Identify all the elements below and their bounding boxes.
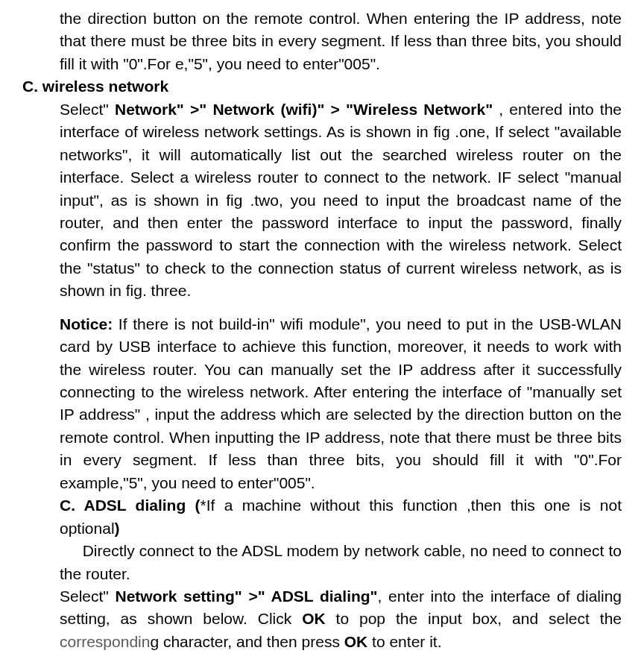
- text: Directly connect to the ADSL modem by ne…: [60, 542, 626, 582]
- paragraph-ip-address-intro: the direction button on the remote contr…: [60, 7, 622, 75]
- text-bold-adsl: C. ADSL dialing (: [60, 497, 201, 514]
- text-bold-ok1: OK: [302, 610, 326, 627]
- text-corresponding: correspondin: [60, 633, 150, 650]
- text-suffix: , entered into the interface of wireless…: [60, 101, 622, 300]
- paragraph-wireless-network-select: Select" Network" >" Network (wifi)" > "W…: [60, 98, 622, 303]
- text-bold-ok2: OK: [344, 633, 368, 650]
- text-end: to enter it.: [367, 633, 441, 650]
- paragraph-notice: Notice: If there is not build-in" wifi m…: [60, 313, 622, 495]
- text-prefix: Select": [60, 587, 115, 605]
- text-bold-close-paren: ): [115, 520, 120, 537]
- text-bold-path: Network" >" Network (wifi)" > "Wireless …: [115, 101, 493, 118]
- text-notice-body: If there is not build-in" wifi module", …: [60, 315, 622, 491]
- text-notice-label: Notice:: [60, 315, 113, 333]
- spacer: [22, 303, 622, 313]
- text: the direction button on the remote contr…: [60, 10, 622, 72]
- text-mid2: to pop the input box, and select the: [326, 610, 622, 627]
- text: C. wireless network: [22, 78, 168, 95]
- text-prefix: Select": [60, 101, 115, 118]
- paragraph-adsl-connect: Directly connect to the ADSL modem by ne…: [60, 540, 622, 585]
- text-bold-network-setting: Network setting" >" ADSL dialing": [115, 587, 377, 605]
- text-g: g: [150, 633, 159, 650]
- heading-wireless-network: C. wireless network: [22, 75, 622, 98]
- paragraph-adsl-select: Select" Network setting" >" ADSL dialing…: [60, 585, 622, 653]
- heading-adsl-dialing: C. ADSL dialing (*If a machine without t…: [60, 494, 622, 540]
- text-mid3: character, and then press: [159, 633, 344, 650]
